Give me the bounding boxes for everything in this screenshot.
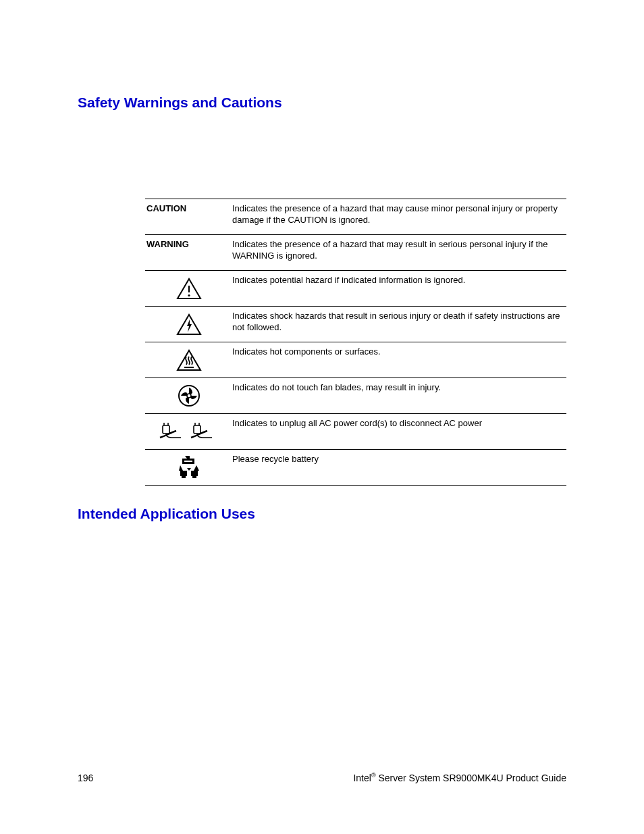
safety-table: CAUTION Indicates the presence of a haza… [145, 199, 566, 486]
fan-desc: Indicates do not touch fan blades, may r… [232, 378, 566, 414]
footer-brand: Intel [353, 773, 371, 783]
footer-product-text: Server System SR9000MK4U Product Guide [376, 773, 566, 783]
caution-label: CAUTION [145, 199, 232, 235]
recycle-desc: Please recycle battery [232, 450, 566, 486]
table-row: WARNING Indicates the presence of a haza… [145, 235, 566, 271]
svg-point-2 [188, 294, 190, 296]
table-row: Please recycle battery [145, 450, 566, 486]
svg-rect-15 [180, 471, 187, 476]
table-row: Indicates shock hazards that result in s… [145, 307, 566, 342]
hot-desc: Indicates hot components or surfaces. [232, 342, 566, 378]
caution-desc: Indicates the presence of a hazard that … [232, 199, 566, 235]
svg-rect-17 [182, 476, 186, 478]
svg-marker-4 [187, 319, 192, 332]
table-row: Indicates potential hazard if indicated … [145, 271, 566, 307]
table-row: Indicates do not touch fan blades, may r… [145, 378, 566, 414]
svg-rect-18 [192, 476, 196, 478]
safety-warnings-heading: Safety Warnings and Cautions [78, 95, 566, 111]
svg-rect-9 [163, 425, 169, 434]
warning-desc: Indicates the presence of a hazard that … [232, 235, 566, 271]
shock-desc: Indicates shock hazards that result in s… [232, 307, 566, 342]
svg-rect-12 [194, 425, 200, 434]
hot-triangle-icon [146, 346, 231, 373]
svg-rect-16 [191, 471, 198, 476]
recycle-battery-icon [146, 454, 231, 481]
table-row: CAUTION Indicates the presence of a haza… [145, 199, 566, 235]
page-footer: 196 Intel® Server System SR9000MK4U Prod… [78, 772, 566, 783]
table-row: Indicates to unplug all AC power cord(s)… [145, 414, 566, 450]
intended-uses-heading: Intended Application Uses [78, 506, 566, 522]
footer-product-line: Intel® Server System SR9000MK4U Product … [353, 772, 566, 783]
exclaim-desc: Indicates potential hazard if indicated … [232, 271, 566, 307]
unplug-desc: Indicates to unplug all AC power cord(s)… [232, 414, 566, 450]
registered-mark: ® [371, 772, 376, 779]
unplug-icon [146, 418, 231, 445]
svg-point-8 [187, 394, 191, 398]
fan-icon [146, 382, 231, 409]
exclaim-triangle-icon [146, 275, 231, 302]
shock-triangle-icon [146, 311, 231, 338]
warning-label: WARNING [145, 235, 232, 271]
table-row: Indicates hot components or surfaces. [145, 342, 566, 378]
page-number: 196 [78, 773, 93, 783]
